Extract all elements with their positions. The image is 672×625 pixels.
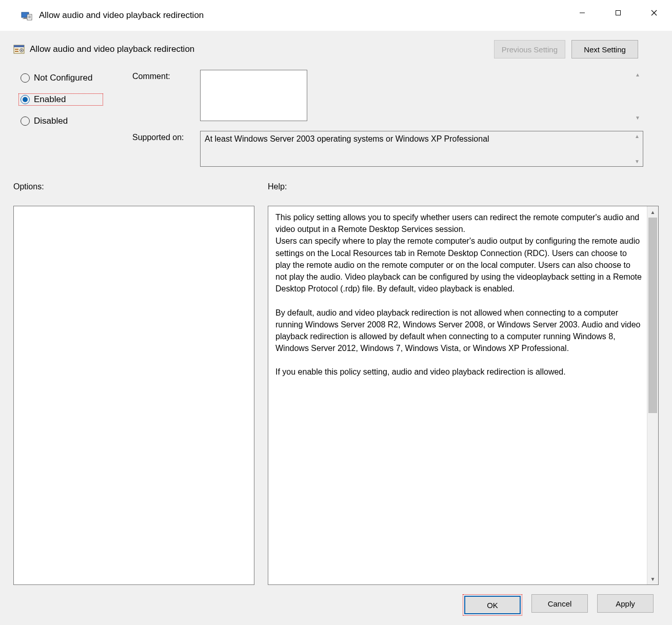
policy-app-icon: [21, 9, 33, 22]
radio-not-configured[interactable]: Not Configured: [18, 72, 121, 84]
fields-column: Comment: ▲▼ Supported on: At least Windo…: [132, 70, 643, 167]
policy-header: Allow audio and video playback redirecti…: [13, 40, 659, 58]
radio-icon: [21, 116, 30, 126]
dialog-footer: OK Cancel Apply: [13, 594, 659, 616]
help-panel-column: Help: This policy setting allows you to …: [268, 182, 659, 585]
radio-label: Not Configured: [34, 73, 92, 83]
previous-setting-button: Previous Setting: [494, 40, 565, 58]
ok-button-highlight: OK: [463, 594, 522, 616]
panels-row: Options: Help: This policy setting allow…: [13, 182, 659, 585]
scroll-thumb[interactable]: [648, 218, 657, 413]
scroll-down-icon[interactable]: ▼: [647, 573, 658, 584]
comment-label: Comment:: [132, 70, 194, 81]
comment-row: Comment: ▲▼: [132, 70, 643, 123]
svg-rect-8: [616, 11, 621, 15]
svg-rect-12: [14, 45, 24, 47]
ok-button[interactable]: OK: [464, 596, 521, 614]
help-box-wrapper: This policy setting allows you to specif…: [268, 206, 659, 585]
supported-row: Supported on: At least Windows Server 20…: [132, 131, 643, 167]
titlebar-controls: [564, 0, 672, 26]
svg-point-16: [21, 50, 22, 51]
radio-enabled[interactable]: Enabled: [18, 93, 103, 106]
supported-on-text: At least Windows Server 2003 operating s…: [205, 134, 489, 143]
radio-disabled[interactable]: Disabled: [18, 115, 121, 127]
help-text: This policy setting allows you to specif…: [268, 206, 658, 383]
close-button[interactable]: [636, 0, 672, 26]
titlebar: Allow audio and video playback redirecti…: [0, 0, 672, 31]
comment-textarea[interactable]: [200, 70, 307, 121]
dialog-content: Allow audio and video playback redirecti…: [0, 31, 672, 625]
radio-selected-icon: [21, 95, 30, 104]
supported-on-box: At least Windows Server 2003 operating s…: [200, 131, 643, 167]
radio-icon: [21, 73, 30, 83]
options-panel-column: Options:: [13, 182, 254, 585]
state-radio-group: Not Configured Enabled Disabled: [18, 70, 121, 167]
svg-rect-13: [15, 49, 18, 50]
radio-label: Enabled: [34, 94, 66, 105]
comment-scroll-indicator: ▲▼: [633, 70, 642, 123]
help-label: Help:: [268, 182, 659, 191]
scroll-up-icon[interactable]: ▲: [647, 206, 658, 218]
policy-icon: [13, 44, 25, 55]
nav-buttons: Previous Setting Next Setting: [494, 40, 638, 58]
policy-dialog-window: Allow audio and video playback redirecti…: [0, 0, 672, 625]
supported-label: Supported on:: [132, 131, 194, 142]
next-setting-button[interactable]: Next Setting: [571, 40, 638, 58]
radio-label: Disabled: [34, 116, 68, 126]
options-label: Options:: [13, 182, 254, 191]
svg-rect-14: [15, 51, 18, 52]
scroll-track[interactable]: [647, 218, 658, 573]
help-scrollbar[interactable]: ▲ ▼: [647, 206, 658, 584]
apply-button[interactable]: Apply: [597, 594, 654, 613]
maximize-button[interactable]: [600, 0, 636, 26]
cancel-button[interactable]: Cancel: [531, 594, 588, 613]
options-box[interactable]: [13, 206, 254, 585]
supported-scroll-indicator: ▲▼: [633, 131, 642, 166]
state-and-fields: Not Configured Enabled Disabled Comment:…: [13, 70, 659, 167]
minimize-button[interactable]: [564, 0, 600, 26]
policy-title: Allow audio and video playback redirecti…: [30, 44, 494, 54]
svg-rect-1: [24, 17, 27, 18]
